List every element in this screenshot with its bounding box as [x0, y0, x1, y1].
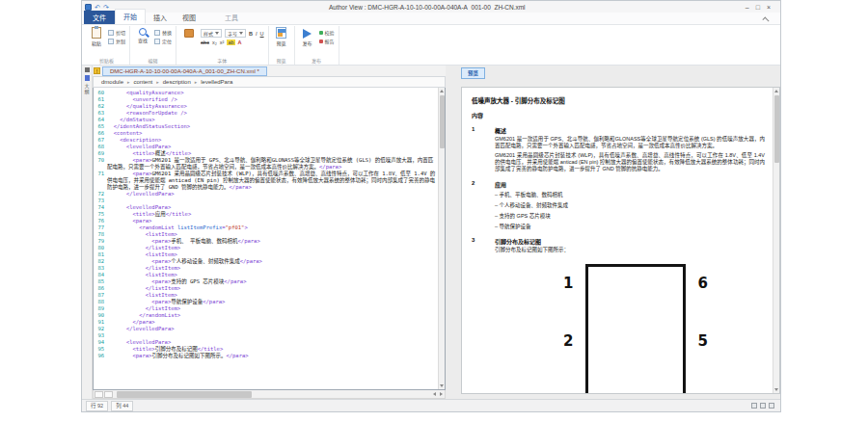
code-line[interactable]: 95 <title>引脚分布及标记图</title> — [94, 346, 438, 353]
bold-button[interactable]: B — [249, 31, 253, 37]
report-button[interactable]: 报告 — [319, 38, 335, 44]
underline-button[interactable]: U — [260, 31, 264, 37]
code-line[interactable]: 61 <unverified /> — [94, 96, 438, 103]
code-line[interactable]: 66 <content> — [94, 130, 438, 137]
code-line[interactable]: 60 <qualityAssurance> — [94, 90, 438, 96]
strikethrough-button[interactable]: abc — [201, 40, 209, 45]
maximize-button[interactable]: □ — [756, 4, 760, 11]
minimize-button[interactable]: – — [746, 4, 749, 11]
code-line[interactable]: 83 </listItem> — [94, 265, 438, 272]
font-color-button[interactable]: A — [238, 40, 242, 45]
code-line[interactable]: 63 <reasonForUpdate /> — [94, 110, 438, 117]
code-line[interactable]: 94 <levelledPara> — [94, 339, 438, 346]
preview-vertical-scrollbar[interactable] — [773, 88, 779, 393]
code-line[interactable]: 85 <para>支持的 GPS 芯片模块</para> — [94, 278, 438, 285]
code-line[interactable]: 90 </randomList> — [94, 312, 438, 319]
code-line[interactable]: 71 <para>GM6201 采用晶圆级芯片封装技术 (WLP)，具有低噪声系… — [94, 171, 438, 191]
code-line[interactable]: 74 <levelledPara> — [94, 204, 438, 211]
breadcrumb-item-dmodule[interactable]: dmodule — [101, 79, 123, 85]
file-tab[interactable]: 文件 — [84, 11, 115, 24]
view-mode-icon[interactable] — [751, 403, 757, 409]
code-line[interactable]: 72 </levelledPara> — [94, 191, 438, 198]
code-line[interactable]: 91 </para> — [94, 319, 438, 326]
subscript-button[interactable]: x₂ — [212, 40, 217, 45]
view-mode-icon[interactable] — [769, 403, 774, 409]
italic-button[interactable]: I — [256, 31, 258, 37]
code-line[interactable]: 92 </levelledPara> — [94, 326, 438, 332]
scrollbar-thumb[interactable] — [117, 391, 252, 398]
document-tab[interactable]: DMC-HGR-A-10-10-00-00A-040A-A_001-00_ZH-… — [102, 66, 267, 76]
publish-button[interactable]: 发布 — [299, 27, 316, 56]
code-line[interactable]: 84 <listItem> — [94, 272, 438, 278]
code-line[interactable]: 93 — [94, 332, 438, 339]
pane-splitter[interactable] — [446, 66, 461, 399]
copy-button[interactable]: 复制 — [108, 38, 125, 44]
scrollbar-track[interactable] — [115, 391, 429, 398]
undo-icon[interactable]: ↶ — [95, 4, 100, 11]
ribbon-collapse-icon[interactable] — [762, 16, 769, 23]
scroll-right-icon[interactable] — [440, 392, 443, 396]
code-line[interactable]: 70 <para>GM6201 是一款适用于 GPS、北斗导航、伽利略和GLON… — [94, 157, 438, 171]
scrollbar-thumb[interactable] — [440, 95, 445, 148]
goto-button[interactable]: 定位 — [154, 38, 172, 44]
code-line[interactable]: 89 </listItem> — [94, 305, 438, 312]
view-mode-icon[interactable] — [760, 403, 766, 409]
code-line[interactable]: 75 <title>应用</title> — [94, 211, 438, 218]
outline-panel-tab[interactable]: 大纲 — [84, 84, 91, 95]
code-line[interactable]: 68 <levelledPara> — [94, 144, 438, 150]
code-line[interactable]: 73 — [94, 198, 438, 204]
chevron-right-icon: ▸ — [195, 79, 198, 85]
code-line[interactable]: 86 </listItem> — [94, 285, 438, 292]
scroll-left-icon[interactable] — [433, 392, 436, 396]
split-toggle-icon[interactable] — [104, 391, 113, 398]
code-line[interactable]: 96 <para>引脚分布及标记图如下图所示。</para> — [94, 353, 438, 359]
editor-vertical-scrollbar[interactable] — [438, 88, 445, 389]
split-toggle-icon[interactable] — [95, 391, 103, 398]
tab-view[interactable]: 视图 — [175, 11, 203, 24]
code-line[interactable]: 78 <listItem> — [94, 231, 438, 238]
xml-code[interactable]: 60 <qualityAssurance>61 <unverified />62… — [94, 88, 438, 389]
tab-home[interactable]: 开始 — [115, 9, 146, 24]
breadcrumb-item-description[interactable]: description — [163, 79, 191, 85]
outline-icon[interactable] — [85, 75, 90, 81]
editor-horizontal-scrollbar[interactable] — [93, 390, 446, 399]
find-button[interactable]: 查找 — [134, 27, 151, 56]
font-size-dropdown[interactable]: 字号 — [225, 29, 246, 38]
breadcrumb-item-levelledpara[interactable]: levelledPara — [201, 79, 232, 85]
highlight-button[interactable]: ab — [227, 40, 234, 45]
code-line[interactable]: 76 <para> — [94, 218, 438, 224]
code-line[interactable]: 65 </identAndStatusSection> — [94, 123, 438, 130]
code-line[interactable]: 80 </listItem> — [94, 245, 438, 251]
scroll-down-icon[interactable] — [774, 388, 778, 391]
breadcrumb-item-content[interactable]: content — [134, 79, 153, 85]
validate-button[interactable]: 校验 — [319, 29, 335, 36]
superscript-button[interactable]: x² — [220, 40, 225, 45]
paste-button[interactable]: 粘贴 — [88, 27, 105, 56]
code-line[interactable]: 88 <para>导航保护设备</para> — [94, 299, 438, 305]
tab-insert[interactable]: 插入 — [146, 11, 175, 24]
preview-button[interactable]: 预览 — [273, 27, 290, 56]
code-line[interactable]: 87 <listItem> — [94, 292, 438, 299]
code-line[interactable]: 64 </dmStatus> — [94, 117, 438, 123]
code-line[interactable]: 79 <para>手机、 平板电脑、数码相机</para> — [94, 238, 438, 245]
preview-tab[interactable]: 预览 — [461, 67, 485, 79]
code-line[interactable]: 67 <description> — [94, 137, 438, 144]
code-line[interactable]: 77 <randomList listItemPrefix="pf01"> — [94, 224, 438, 231]
style-dropdown[interactable]: 样式 — [201, 29, 222, 38]
scroll-down-icon[interactable] — [440, 384, 444, 387]
scroll-up-icon[interactable] — [774, 90, 778, 92]
code-line[interactable]: 69 <title>概述</title> — [94, 150, 438, 157]
code-line[interactable]: 82 <para>个人移动设备、射频软件集成</para> — [94, 258, 438, 265]
close-button[interactable]: × — [767, 4, 771, 11]
code-line[interactable]: 62 </qualityAssurance> — [94, 103, 438, 110]
scroll-up-icon[interactable] — [440, 90, 444, 92]
replace-button[interactable]: 替换 — [154, 29, 172, 36]
code-line[interactable]: 81 <listItem> — [94, 251, 438, 258]
tab-tools[interactable]: 工具 — [217, 11, 246, 24]
markup-button[interactable] — [180, 27, 198, 56]
panel-icon[interactable] — [85, 67, 90, 72]
cut-button[interactable]: 剪切 — [108, 29, 125, 36]
app-icon[interactable] — [85, 4, 92, 11]
scrollbar-thumb[interactable] — [774, 95, 779, 163]
xml-editor[interactable]: 60 <qualityAssurance>61 <unverified />62… — [93, 88, 446, 390]
